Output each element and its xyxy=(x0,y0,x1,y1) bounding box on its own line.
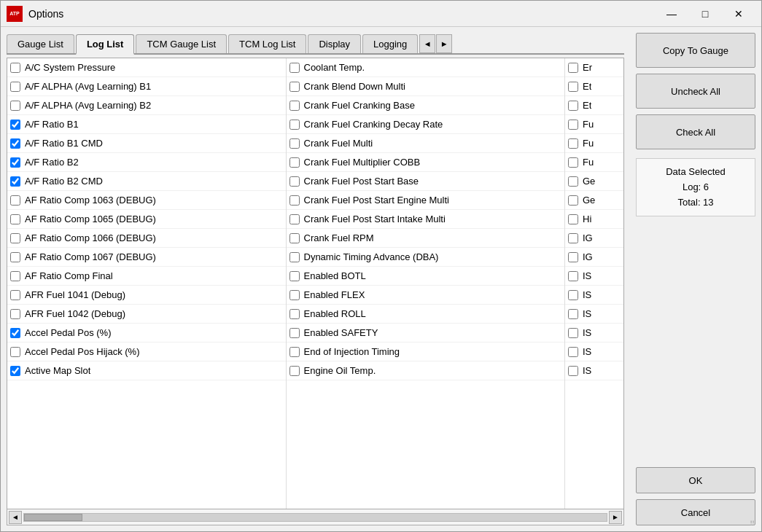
close-button[interactable]: ✕ xyxy=(722,1,755,27)
checkbox-col3-8[interactable] xyxy=(568,195,578,206)
list-item[interactable]: Et xyxy=(565,77,623,96)
list-item[interactable]: AFR Fuel 1041 (Debug) xyxy=(7,286,286,305)
list-item[interactable]: Crank Fuel Post Start Base xyxy=(287,172,565,191)
tab-gauge-list[interactable]: Gauge List xyxy=(7,34,74,53)
list-item[interactable]: AF Ratio Comp Final xyxy=(7,267,286,286)
list-item[interactable]: A/F Ratio B2 xyxy=(7,153,286,172)
list-item[interactable]: Fu xyxy=(565,115,623,134)
checkbox-col3-12[interactable] xyxy=(568,271,578,281)
checkbox-af-ratio-b2-cmd[interactable] xyxy=(10,176,20,187)
list-item[interactable]: End of Injection Timing xyxy=(287,343,565,361)
checkbox-afr-fuel-1041[interactable] xyxy=(10,290,20,300)
list-item[interactable]: Engine Oil Temp. xyxy=(287,361,565,380)
list-item[interactable]: Et xyxy=(565,96,623,115)
check-all-button[interactable]: Check All xyxy=(636,114,755,149)
checkbox-crank-fuel-rpm[interactable] xyxy=(289,233,300,243)
checkbox-accel-pedal-pos-hijack[interactable] xyxy=(10,347,20,357)
list-item[interactable]: Crank Fuel Cranking Base xyxy=(287,96,565,115)
checkbox-enabled-roll[interactable] xyxy=(289,309,300,319)
checkbox-af-ratio-comp-1067[interactable] xyxy=(10,252,20,262)
list-item[interactable]: AF Ratio Comp 1067 (DEBUG) xyxy=(7,248,286,267)
checkbox-crank-blend-down-multi[interactable] xyxy=(289,82,300,92)
list-item[interactable]: IS xyxy=(565,305,623,324)
checkbox-af-ratio-comp-1065[interactable] xyxy=(10,214,20,224)
checkbox-col3-3[interactable] xyxy=(568,101,578,111)
checkbox-col3-9[interactable] xyxy=(568,214,578,224)
list-item[interactable]: IG xyxy=(565,229,623,248)
checkbox-enabled-flex[interactable] xyxy=(289,290,300,300)
checkbox-col3-16[interactable] xyxy=(568,347,578,357)
list-item[interactable]: Active Map Slot xyxy=(7,361,286,380)
list-item[interactable]: IS xyxy=(565,343,623,361)
list-item[interactable]: IS xyxy=(565,324,623,343)
scrollbar-track[interactable] xyxy=(23,513,607,522)
list-item[interactable]: AFR Fuel 1042 (Debug) xyxy=(7,305,286,324)
checkbox-crank-fuel-multi[interactable] xyxy=(289,138,300,149)
checkbox-enabled-safety[interactable] xyxy=(289,328,300,338)
checkbox-engine-oil-temp[interactable] xyxy=(289,366,300,376)
list-item[interactable]: IS xyxy=(565,286,623,305)
resize-grip[interactable]: ⠿ xyxy=(750,520,758,528)
checkbox-crank-fuel-cranking-decay-rate[interactable] xyxy=(289,120,300,130)
list-item[interactable]: Crank Fuel Multiplier COBB xyxy=(287,153,565,172)
list-item[interactable]: Enabled ROLL xyxy=(287,305,565,324)
list-item[interactable]: Ge xyxy=(565,191,623,210)
checkbox-crank-fuel-post-start-base[interactable] xyxy=(289,176,300,187)
copy-to-gauge-button[interactable]: Copy To Gauge xyxy=(636,33,755,68)
list-item[interactable]: AF Ratio Comp 1066 (DEBUG) xyxy=(7,229,286,248)
ok-button[interactable]: OK xyxy=(636,467,755,493)
checkbox-col3-6[interactable] xyxy=(568,157,578,168)
checkbox-col3-7[interactable] xyxy=(568,176,578,187)
horizontal-scrollbar[interactable]: ◄ ► xyxy=(7,509,624,525)
tab-log-list[interactable]: Log List xyxy=(76,34,135,55)
tab-tcm-log-list[interactable]: TCM Log List xyxy=(228,34,306,53)
tab-next-button[interactable]: ► xyxy=(436,34,452,53)
list-item[interactable]: Fu xyxy=(565,153,623,172)
checkbox-col3-17[interactable] xyxy=(568,366,578,376)
list-item[interactable]: Hi xyxy=(565,210,623,229)
list-item[interactable]: A/F Ratio B1 xyxy=(7,115,286,134)
checkbox-af-ratio-comp-1066[interactable] xyxy=(10,233,20,243)
list-item[interactable]: Ge xyxy=(565,172,623,191)
maximize-button[interactable]: □ xyxy=(688,1,722,27)
scrollbar-thumb[interactable] xyxy=(24,514,82,521)
checkbox-col3-1[interactable] xyxy=(568,63,578,73)
list-item[interactable]: IG xyxy=(565,248,623,267)
checkbox-crank-fuel-cranking-base[interactable] xyxy=(289,101,300,111)
checkbox-af-alpha-b2[interactable] xyxy=(10,101,20,111)
scroll-left-button[interactable]: ◄ xyxy=(9,511,22,524)
list-item[interactable]: Accel Pedal Pos Hijack (%) xyxy=(7,343,286,361)
list-item[interactable]: A/F ALPHA (Avg Learning) B1 xyxy=(7,77,286,96)
tab-display[interactable]: Display xyxy=(308,34,361,53)
checkbox-end-of-injection-timing[interactable] xyxy=(289,347,300,357)
list-item[interactable]: Fu xyxy=(565,134,623,153)
list-item[interactable]: A/F ALPHA (Avg Learning) B2 xyxy=(7,96,286,115)
tab-tcm-gauge-list[interactable]: TCM Gauge List xyxy=(136,34,227,53)
checkbox-dynamic-timing-advance[interactable] xyxy=(289,252,300,262)
list-item[interactable]: Crank Fuel RPM xyxy=(287,229,565,248)
checkbox-af-ratio-comp-1063[interactable] xyxy=(10,195,20,206)
checkbox-col3-11[interactable] xyxy=(568,252,578,262)
list-item[interactable]: Coolant Temp. xyxy=(287,58,565,77)
cancel-button[interactable]: Cancel xyxy=(636,499,755,525)
uncheck-all-button[interactable]: Uncheck All xyxy=(636,74,755,109)
list-item[interactable]: Crank Fuel Multi xyxy=(287,134,565,153)
list-item[interactable]: Enabled FLEX xyxy=(287,286,565,305)
list-item[interactable]: Er xyxy=(565,58,623,77)
tab-logging[interactable]: Logging xyxy=(362,34,418,53)
list-item[interactable]: Crank Fuel Post Start Intake Multi xyxy=(287,210,565,229)
checkbox-crank-fuel-post-start-engine-multi[interactable] xyxy=(289,195,300,206)
checkbox-ac-system-pressure[interactable] xyxy=(10,63,20,73)
checkbox-af-ratio-comp-final[interactable] xyxy=(10,271,20,281)
checkbox-af-ratio-b1[interactable] xyxy=(10,120,20,130)
checkbox-col3-13[interactable] xyxy=(568,290,578,300)
checkbox-col3-15[interactable] xyxy=(568,328,578,338)
list-item[interactable]: Dynamic Timing Advance (DBA) xyxy=(287,248,565,267)
checkbox-col3-4[interactable] xyxy=(568,120,578,130)
list-item[interactable]: AF Ratio Comp 1065 (DEBUG) xyxy=(7,210,286,229)
tab-prev-button[interactable]: ◄ xyxy=(419,34,435,53)
checkbox-active-map-slot[interactable] xyxy=(10,366,20,376)
checkbox-col3-2[interactable] xyxy=(568,82,578,92)
checkbox-coolant-temp[interactable] xyxy=(289,63,300,73)
checkbox-col3-10[interactable] xyxy=(568,233,578,243)
